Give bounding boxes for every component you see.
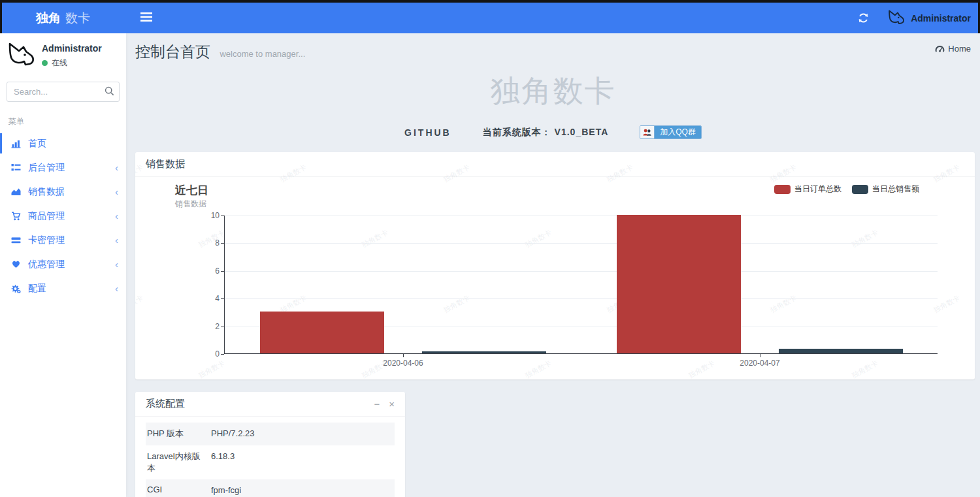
- y-axis-label: 8: [199, 238, 220, 248]
- online-status-label: 在线: [52, 57, 67, 69]
- window-top-edge: [0, 0, 980, 3]
- system-info-row: CGIfpm-fcgi: [146, 479, 395, 497]
- x-axis-tick: [760, 354, 760, 357]
- x-axis-tick: [403, 354, 404, 357]
- chevron-left-icon: ‹: [115, 283, 118, 293]
- menu-icon: [140, 12, 152, 22]
- sales-data-card: 独角数卡独角数卡独角数卡独角数卡独角数卡独角数卡独角数卡独角数卡独角数卡独角数卡…: [135, 152, 975, 379]
- gridline: [225, 216, 938, 216]
- x-axis-label: 2020-04-06: [357, 359, 449, 368]
- legend-label: 当日订单总数: [794, 184, 841, 195]
- refresh-icon: [858, 12, 869, 24]
- navbar-username: Administrator: [911, 13, 971, 24]
- system-info-table: PHP 版本PHP/7.2.23Laravel内核版本6.18.3CGIfpm-…: [135, 417, 405, 497]
- y-axis-label: 10: [199, 211, 220, 220]
- top-navbar: 独角 数卡 Administrator: [0, 3, 980, 33]
- chevron-left-icon: ‹: [115, 211, 118, 221]
- system-card-title: 系统配置: [146, 398, 185, 410]
- y-axis-tick: [221, 327, 224, 327]
- y-axis-tick: [221, 216, 224, 216]
- sidebar-item-cards[interactable]: 卡密管理‹: [0, 228, 126, 252]
- sidebar-toggle-button[interactable]: [134, 7, 159, 29]
- system-info-label: PHP 版本: [146, 423, 210, 445]
- breadcrumb[interactable]: Home: [935, 44, 971, 54]
- x-axis-label: 2020-04-07: [714, 359, 806, 368]
- sidebar-item-label: 卡密管理: [28, 234, 65, 246]
- sidebar-username: Administrator: [42, 43, 102, 54]
- sidebar: Administrator 在线 菜单 首页后台管理‹销售数据‹商品管理‹卡密管…: [0, 33, 126, 497]
- chart-legend: 当日订单总数当日总销售额: [774, 184, 919, 195]
- search-input[interactable]: [7, 82, 120, 102]
- bar-当日总销售额-2020-04-07[interactable]: [779, 349, 903, 353]
- bar-当日订单总数-2020-04-07[interactable]: [617, 215, 741, 353]
- system-info-label: CGI: [146, 479, 210, 497]
- sales-chart: 近七日 销售数据 当日订单总数当日总销售额 02468102020-04-062…: [135, 177, 975, 379]
- window-left-edge: [0, 0, 2, 33]
- legend-item[interactable]: 当日订单总数: [774, 184, 841, 195]
- brand-light: 数卡: [65, 10, 90, 27]
- cart-icon: [10, 212, 22, 221]
- sidebar-item-sales[interactable]: 销售数据‹: [0, 180, 126, 204]
- sidebar-item-label: 优惠管理: [28, 259, 65, 270]
- legend-swatch: [774, 185, 791, 194]
- page-title: 控制台首页: [135, 42, 210, 62]
- chart-subtitle: 销售数据: [175, 199, 206, 210]
- gear-icon: [10, 284, 22, 293]
- chevron-left-icon: ‹: [115, 259, 118, 269]
- gridline: [225, 271, 938, 272]
- legend-swatch: [852, 185, 868, 194]
- y-axis-tick: [221, 354, 224, 355]
- y-axis-tick: [221, 298, 224, 299]
- chart-area-icon: [10, 187, 22, 196]
- sidebar-user-panel: Administrator 在线: [0, 33, 126, 76]
- gridline: [225, 243, 938, 244]
- sales-card-title: 销售数据: [146, 158, 185, 170]
- bar-当日总销售额-2020-04-06[interactable]: [422, 351, 546, 353]
- y-axis-label: 6: [199, 266, 220, 276]
- qq-button-label: 加入QQ群: [655, 126, 701, 138]
- github-link[interactable]: GITHUB: [404, 127, 451, 138]
- join-qq-group-button[interactable]: 加入QQ群: [640, 125, 702, 139]
- refresh-button[interactable]: [858, 12, 869, 24]
- qq-group-icon: [642, 128, 652, 136]
- sidebar-menu: 首页后台管理‹销售数据‹商品管理‹卡密管理‹优惠管理‹配置‹: [0, 131, 126, 300]
- system-info-row: PHP 版本PHP/7.2.23: [146, 423, 395, 445]
- unicorn-logo-icon: [4, 41, 37, 70]
- unicorn-icon: [886, 9, 906, 27]
- brand-bold: 独角: [36, 10, 61, 27]
- chevron-left-icon: ‹: [115, 187, 118, 197]
- sidebar-item-label: 销售数据: [28, 186, 65, 198]
- page-subtitle: welcome to manager...: [220, 49, 305, 59]
- system-info-row: Laravel内核版本6.18.3: [146, 445, 395, 479]
- y-axis-tick: [221, 271, 224, 272]
- hero-title: 独角数卡: [126, 71, 980, 112]
- minimize-icon[interactable]: −: [374, 399, 380, 409]
- navbar-user-menu[interactable]: Administrator: [886, 9, 971, 27]
- y-axis-label: 0: [199, 349, 220, 359]
- sidebar-item-products[interactable]: 商品管理‹: [0, 204, 126, 228]
- sidebar-item-label: 商品管理: [28, 210, 65, 222]
- bar-当日订单总数-2020-04-06[interactable]: [260, 312, 384, 353]
- close-icon[interactable]: ×: [389, 399, 395, 409]
- system-info-label: Laravel内核版本: [146, 445, 210, 479]
- sidebar-item-label: 后台管理: [28, 162, 65, 174]
- search-button[interactable]: [105, 86, 114, 99]
- gridline: [225, 298, 938, 299]
- y-axis-label: 4: [199, 294, 220, 303]
- y-axis-tick: [221, 243, 224, 244]
- brand-logo[interactable]: 独角 数卡: [0, 3, 126, 33]
- list-icon: [10, 163, 22, 172]
- system-config-card: 系统配置 − × PHP 版本PHP/7.2.23Laravel内核版本6.18…: [135, 392, 405, 497]
- sidebar-item-coupons[interactable]: 优惠管理‹: [0, 252, 126, 276]
- legend-item[interactable]: 当日总销售额: [852, 184, 919, 195]
- legend-label: 当日总销售额: [872, 184, 919, 195]
- sidebar-item-home[interactable]: 首页: [0, 131, 126, 155]
- chart-title: 近七日: [175, 183, 208, 198]
- system-info-value: 6.18.3: [210, 445, 395, 479]
- dashboard-icon: [935, 44, 945, 54]
- search-icon: [105, 86, 114, 96]
- system-version-text: 当前系统版本： V1.0_BETA: [483, 127, 609, 138]
- sidebar-item-config[interactable]: 配置‹: [0, 276, 126, 300]
- chart-bar-icon: [10, 139, 22, 148]
- sidebar-item-admin[interactable]: 后台管理‹: [0, 155, 126, 180]
